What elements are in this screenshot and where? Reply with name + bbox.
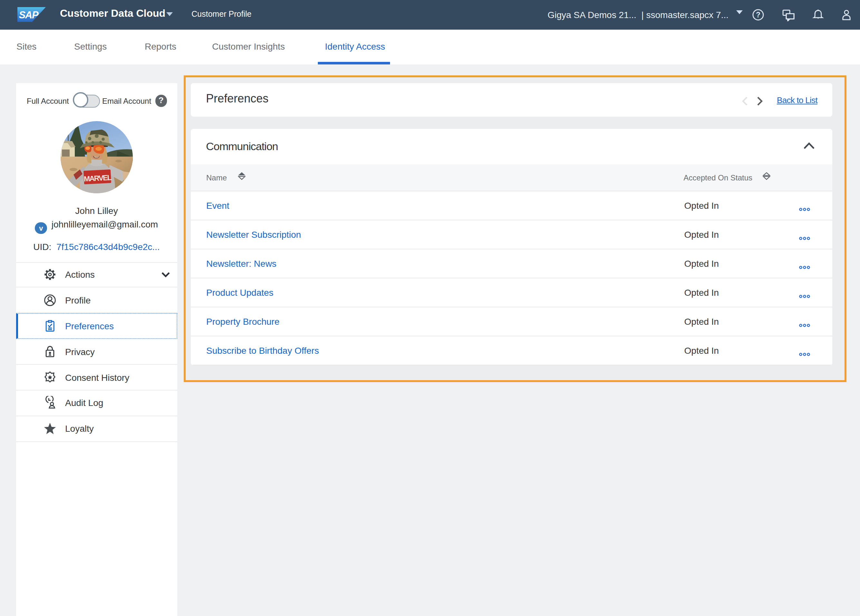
svg-text:SAP: SAP	[19, 9, 39, 20]
svg-text:MARVEL: MARVEL	[83, 173, 112, 183]
svg-text:?: ?	[756, 11, 760, 19]
